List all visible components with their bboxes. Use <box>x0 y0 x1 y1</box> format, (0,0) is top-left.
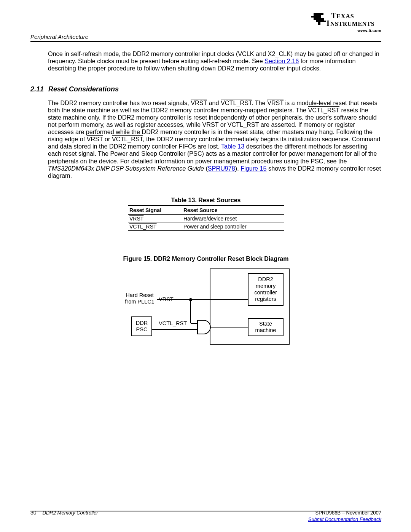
text: or <box>218 121 227 128</box>
box-state-machine: State machine <box>248 318 284 336</box>
cell: Power and sleep controller <box>182 222 284 231</box>
section-heading: 2.11Reset Considerations <box>30 85 381 93</box>
ti-logo-block: T EXAS I NSTRUMENTS www.ti.com <box>309 11 381 33</box>
footer-left: 30 DDR2 Memory Controller <box>30 510 98 516</box>
text: ). <box>235 165 241 172</box>
footer-right: SPRU986B – November 2007 Submit Document… <box>308 510 381 523</box>
reset-sources-table: Reset Signal Reset Source VRST Hardware/… <box>128 205 284 231</box>
page-footer: 30 DDR2 Memory Controller SPRU986B – Nov… <box>30 510 381 523</box>
table-13: Table 13. Reset Sources Reset Signal Res… <box>30 197 381 231</box>
figure-15: Figure 15. DDR2 Memory Controller Reset … <box>30 256 381 345</box>
signal-vctl-rst: VCTL_RST <box>308 107 339 113</box>
ref-guide-title: TMS320DM643x DMP DSP Subsystem Reference… <box>48 165 204 172</box>
svg-text:T: T <box>331 11 336 20</box>
intro-paragraph: Once in self-refresh mode, the DDR2 memo… <box>48 50 381 72</box>
signal-vrst: VRST <box>202 121 218 128</box>
signal-vrst: VRST <box>87 136 103 142</box>
table-caption: Table 13. Reset Sources <box>30 197 381 204</box>
signal-vrst: VRST <box>267 99 284 106</box>
signal-vctl-rst: VCTL_RST <box>112 136 143 142</box>
signal-vrst: VRST <box>191 99 207 106</box>
cell: VCTL_RST <box>128 222 182 231</box>
reset-block-diagram: Hard Reset from PLLC1 VRST VCTL_RST DDR … <box>122 268 290 345</box>
label-vctl-rst: VCTL_RST <box>159 320 187 327</box>
running-head: Peripheral Architecture <box>30 34 88 40</box>
link-section-2-16[interactable]: Section 2.16 <box>264 58 299 64</box>
header-rule <box>30 41 381 42</box>
section-title: Reset Considerations <box>48 85 119 93</box>
reset-paragraph: The DDR2 memory controller has two reset… <box>48 99 381 179</box>
svg-text:I: I <box>327 19 330 27</box>
signal-vctl-rst: VCTL_RST <box>129 224 157 230</box>
page: T EXAS I NSTRUMENTS www.ti.com Periphera… <box>0 0 411 532</box>
ti-logo-icon: T EXAS I NSTRUMENTS <box>309 11 381 27</box>
link-table-13[interactable]: Table 13 <box>221 143 244 150</box>
text: and <box>207 99 221 106</box>
signal-vrst: VRST <box>129 216 143 222</box>
cell: Hardware/device reset <box>182 214 284 222</box>
link-submit-feedback[interactable]: Submit Documentation Feedback <box>308 516 381 522</box>
figure-caption: Figure 15. DDR2 Memory Controller Reset … <box>30 256 381 262</box>
body: Once in self-refresh mode, the DDR2 memo… <box>30 44 381 345</box>
box-ddr-psc: DDR PSC <box>131 316 152 336</box>
svg-text:EXAS: EXAS <box>336 13 354 19</box>
col-reset-source: Reset Source <box>182 206 284 215</box>
text: The DDR2 memory controller has two reset… <box>48 99 191 106</box>
table-row: VRST Hardware/device reset <box>128 214 284 222</box>
section-number: 2.11 <box>30 85 44 93</box>
table-row: VCTL_RST Power and sleep controller <box>128 222 284 231</box>
cell: VRST <box>128 214 182 222</box>
svg-text:NSTRUMENTS: NSTRUMENTS <box>330 21 374 27</box>
ti-url[interactable]: www.ti.com <box>309 28 381 33</box>
link-spru978[interactable]: SPRU978 <box>208 165 235 172</box>
label-vrst: VRST <box>159 296 174 303</box>
signal-vctl-rst: VCTL_RST <box>228 121 259 128</box>
text: ( <box>204 165 208 172</box>
text: or <box>103 136 112 142</box>
box-registers: DDR2 memory controller registers <box>248 273 284 306</box>
text: . The <box>252 99 267 106</box>
table-header-row: Reset Signal Reset Source <box>128 206 284 215</box>
label-hard-reset: Hard Reset from PLLC1 <box>122 292 157 305</box>
page-number: 30 <box>30 510 37 516</box>
col-reset-signal: Reset Signal <box>128 206 182 215</box>
link-figure-15[interactable]: Figure 15 <box>241 165 266 172</box>
signal-vctl-rst: VCTL_RST <box>221 99 252 106</box>
doc-title: DDR2 Memory Controller <box>43 510 98 516</box>
doc-id: SPRU986B – November 2007 <box>308 510 381 516</box>
